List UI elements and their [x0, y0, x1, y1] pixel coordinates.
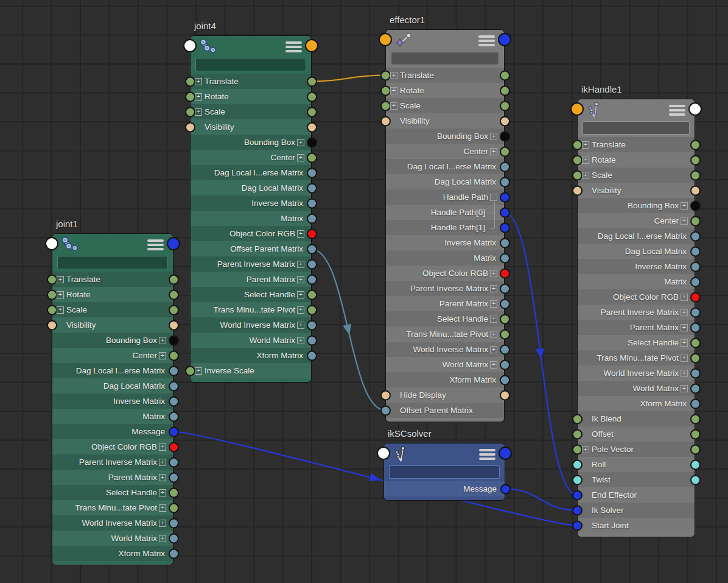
- port-out-visibility[interactable]: [169, 320, 179, 330]
- port-out-rotate[interactable]: [169, 289, 179, 300]
- port-out-handle-path-1[interactable]: [500, 222, 510, 233]
- port-out-parent-matrix[interactable]: [307, 274, 317, 284]
- port-out-message[interactable]: [500, 484, 511, 494]
- expand-toggle-icon[interactable]: +: [390, 102, 397, 110]
- expand-toggle-icon[interactable]: +: [297, 276, 304, 283]
- port-in-offset[interactable]: [572, 429, 583, 439]
- expand-toggle-icon[interactable]: +: [582, 157, 589, 164]
- expand-toggle-icon[interactable]: +: [681, 309, 688, 316]
- port-in-translate[interactable]: [47, 274, 57, 284]
- port-in-hide-display[interactable]: [380, 390, 391, 400]
- port-out-scale[interactable]: [500, 101, 510, 111]
- port-out-center[interactable]: [307, 152, 317, 163]
- port-out-dag-local-matrix[interactable]: [500, 177, 510, 187]
- node-input-port[interactable]: [183, 39, 197, 52]
- node-ikSCsolver[interactable]: ikSCsolverMessage: [383, 443, 505, 501]
- expand-toggle-icon[interactable]: +: [390, 87, 397, 94]
- expand-toggle-icon[interactable]: +: [57, 276, 64, 283]
- port-in-inverse-scale[interactable]: [185, 366, 195, 376]
- port-out-rotate[interactable]: [500, 85, 510, 96]
- port-in-end-effector[interactable]: [572, 490, 583, 500]
- expand-toggle-icon[interactable]: +: [57, 306, 64, 314]
- expand-toggle-icon[interactable]: +: [195, 108, 202, 116]
- expand-toggle-icon[interactable]: +: [297, 230, 304, 238]
- expand-toggle-icon[interactable]: +: [681, 294, 688, 301]
- expand-toggle-icon[interactable]: +: [297, 306, 304, 314]
- port-out-bounding-box[interactable]: [307, 137, 317, 147]
- port-out-inverse-matrix[interactable]: [690, 261, 701, 272]
- port-out-object-color-rgb[interactable]: [690, 292, 701, 302]
- port-in-pole-vector[interactable]: [572, 444, 583, 454]
- node-name-input[interactable]: [195, 58, 306, 71]
- port-out-parent-inverse-matrix[interactable]: [169, 457, 179, 467]
- expand-toggle-icon[interactable]: +: [582, 172, 589, 179]
- node-input-port[interactable]: [45, 237, 58, 250]
- wire-ikscsolver-message-to-ikhandle1-ik-solver[interactable]: [505, 489, 577, 511]
- port-out-matrix[interactable]: [690, 277, 701, 287]
- port-out-center[interactable]: [500, 146, 510, 157]
- expand-toggle-icon[interactable]: +: [490, 316, 497, 323]
- expand-toggle-icon[interactable]: +: [681, 355, 688, 362]
- port-out-inverse-matrix[interactable]: [169, 396, 179, 406]
- port-out-dag-local-i-erse-matrix[interactable]: [500, 161, 510, 172]
- port-out-visibility[interactable]: [690, 185, 701, 196]
- expand-toggle-icon[interactable]: +: [490, 285, 497, 292]
- port-out-world-inverse-matrix[interactable]: [307, 320, 317, 330]
- node-output-port[interactable]: [305, 39, 318, 52]
- node-ikHandle1[interactable]: ikHandle1+Translate+Rotate+ScaleVisibili…: [577, 99, 695, 537]
- port-out-select-handle[interactable]: [169, 487, 179, 498]
- port-out-translate[interactable]: [169, 274, 179, 284]
- expand-toggle-icon[interactable]: +: [159, 459, 166, 466]
- expand-toggle-icon[interactable]: +: [681, 385, 688, 392]
- port-out-offset[interactable]: [690, 429, 701, 439]
- port-out-parent-inverse-matrix[interactable]: [500, 283, 510, 294]
- port-out-object-color-rgb[interactable]: [307, 228, 317, 239]
- expand-toggle-icon[interactable]: +: [159, 474, 166, 481]
- expand-toggle-icon[interactable]: +: [297, 261, 304, 268]
- node-editor-canvas[interactable]: joint1+Translate+Rotate+ScaleVisibilityB…: [0, 0, 728, 583]
- port-out-world-inverse-matrix[interactable]: [690, 368, 701, 378]
- port-out-roll[interactable]: [690, 459, 701, 470]
- port-out-handle-path[interactable]: [500, 192, 510, 202]
- port-out-handle-path-0[interactable]: [500, 207, 510, 217]
- port-in-start-joint[interactable]: [572, 520, 583, 531]
- node-output-port[interactable]: [167, 237, 180, 250]
- port-out-select-handle[interactable]: [307, 289, 317, 300]
- port-out-parent-inverse-matrix[interactable]: [690, 307, 701, 317]
- node-input-port[interactable]: [379, 33, 392, 46]
- expand-toggle-icon[interactable]: +: [681, 202, 688, 210]
- expand-toggle-icon[interactable]: +: [297, 139, 304, 146]
- expand-toggle-icon[interactable]: +: [159, 535, 166, 542]
- port-out-trans-minu-tate-pivot[interactable]: [690, 353, 701, 363]
- port-out-parent-inverse-matrix[interactable]: [307, 259, 317, 269]
- expand-toggle-icon[interactable]: +: [582, 446, 589, 453]
- port-out-dag-local-i-erse-matrix[interactable]: [169, 366, 179, 376]
- port-in-twist[interactable]: [572, 475, 583, 485]
- port-out-select-handle[interactable]: [500, 314, 510, 324]
- collapse-toggle-icon[interactable]: −: [490, 194, 497, 201]
- expand-toggle-icon[interactable]: +: [195, 367, 202, 375]
- port-in-visibility[interactable]: [572, 185, 583, 196]
- port-in-roll[interactable]: [572, 459, 583, 470]
- expand-toggle-icon[interactable]: +: [490, 346, 497, 353]
- port-in-visibility[interactable]: [380, 116, 391, 126]
- node-name-input[interactable]: [57, 256, 168, 269]
- port-in-visibility[interactable]: [185, 122, 195, 132]
- port-out-translate[interactable]: [307, 76, 317, 87]
- port-out-world-inverse-matrix[interactable]: [169, 518, 179, 528]
- port-in-ik-blend[interactable]: [572, 414, 583, 424]
- port-out-world-matrix[interactable]: [500, 359, 510, 370]
- port-out-object-color-rgb[interactable]: [169, 442, 179, 452]
- port-out-parent-matrix[interactable]: [500, 299, 510, 309]
- port-out-translate[interactable]: [690, 140, 701, 150]
- expand-toggle-icon[interactable]: +: [297, 291, 304, 299]
- port-out-visibility[interactable]: [307, 122, 317, 132]
- port-in-rotate[interactable]: [47, 289, 57, 300]
- port-out-rotate[interactable]: [690, 155, 701, 165]
- expand-toggle-icon[interactable]: +: [490, 361, 497, 369]
- port-out-trans-minu-tate-pivot[interactable]: [500, 329, 510, 339]
- port-out-dag-local-matrix[interactable]: [690, 246, 701, 256]
- port-in-translate[interactable]: [185, 76, 195, 87]
- expand-toggle-icon[interactable]: +: [582, 141, 589, 149]
- port-in-offset-parent-matrix[interactable]: [380, 405, 391, 415]
